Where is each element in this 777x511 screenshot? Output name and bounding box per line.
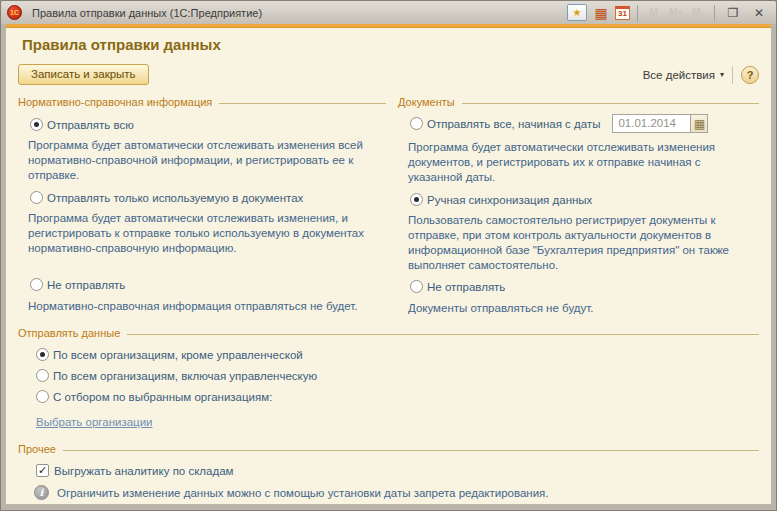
radio-icon[interactable] — [30, 278, 43, 291]
radio-option-send-used-nsi[interactable]: Отправлять только используемую в докумен… — [30, 191, 386, 204]
radio-option-all-orgs-including-managerial[interactable]: По всем организациям, включая управленче… — [36, 369, 759, 382]
command-bar: Записать и закрыть Все действия ▾ ? — [18, 62, 759, 87]
option-description: Документы отправляться не будут. — [408, 301, 756, 316]
radio-option-send-from-date[interactable]: Отправлять все, начиная с даты 01.01.201… — [410, 114, 759, 133]
radio-icon[interactable] — [36, 348, 49, 361]
radio-label: Отправлять всю — [47, 119, 134, 131]
radio-icon[interactable] — [30, 118, 43, 131]
toolbar-separator — [732, 66, 733, 84]
memory-m-button[interactable]: M — [645, 7, 663, 18]
radio-label: Не отправлять — [47, 279, 125, 291]
radio-option-send-all-nsi[interactable]: Отправлять всю — [30, 118, 386, 131]
window-title: Правила отправки данных (1С:Предприятие) — [32, 7, 262, 19]
form-content: Правила отправки данных Записать и закры… — [6, 24, 771, 504]
export-warehouse-analytics-checkbox[interactable]: ✓ Выгружать аналитику по складам — [36, 464, 759, 477]
help-button[interactable]: ? — [741, 66, 759, 84]
all-actions-menu-button[interactable]: Все действия ▾ — [643, 69, 724, 81]
calculator-icon[interactable]: ▦ — [591, 4, 611, 21]
info-icon: i — [34, 485, 49, 500]
radio-label: С отбором по выбранным организациям: — [53, 391, 272, 403]
radio-label: Отправлять только используемую в докумен… — [47, 192, 303, 204]
group-other: Прочее ✓ Выгружать аналитику по складам … — [18, 442, 759, 504]
titlebar-separator — [637, 5, 638, 21]
group-send-data: Отправлять данные По всем организациям, … — [18, 326, 759, 430]
radio-label: Не отправлять — [427, 281, 505, 293]
caption-line — [219, 103, 386, 104]
date-picker-button[interactable]: ▦ — [690, 114, 708, 133]
titlebar-buttons: ★ ▦ 31 M M+ M- ❐ ✕ — [567, 4, 770, 21]
option-description: Программа будет автоматически отслеживат… — [28, 138, 380, 183]
options-columns: Нормативно-справочная информация Отправл… — [18, 95, 759, 316]
start-date-field-group: 01.01.2014 ▦ — [612, 114, 708, 133]
radio-icon[interactable] — [410, 193, 423, 206]
app-window: 1С Правила отправки данных (1С:Предприят… — [0, 0, 777, 511]
calendar-icon[interactable]: 31 — [615, 6, 630, 20]
checkbox-icon[interactable]: ✓ — [36, 464, 49, 477]
caption-line — [63, 450, 759, 451]
radio-option-selected-orgs[interactable]: С отбором по выбранным организациям: — [36, 390, 759, 403]
titlebar: 1С Правила отправки данных (1С:Предприят… — [1, 1, 776, 24]
info-note: i Ограничить изменение данных можно с по… — [34, 485, 759, 500]
close-button[interactable]: ✕ — [748, 6, 770, 20]
option-description: Пользователь самостоятельно регистрирует… — [408, 213, 756, 273]
favorites-star-icon[interactable]: ★ — [567, 4, 587, 21]
option-description: Нормативно-справочная информация отправл… — [28, 299, 380, 314]
radio-option-manual-sync[interactable]: Ручная синхронизация данных — [410, 193, 759, 206]
group-documents: Документы Отправлять все, начиная с даты… — [398, 95, 759, 316]
radio-label: По всем организациям, кроме управленческ… — [53, 349, 303, 361]
memory-m-plus-button[interactable]: M+ — [667, 7, 685, 18]
group-caption: Отправлять данные — [18, 327, 120, 339]
radio-option-no-send-nsi[interactable]: Не отправлять — [30, 278, 386, 291]
radio-option-all-orgs-except-managerial[interactable]: По всем организациям, кроме управленческ… — [36, 348, 759, 361]
radio-label: Отправлять все, начиная с даты — [427, 118, 600, 130]
save-and-close-button[interactable]: Записать и закрыть — [18, 64, 149, 85]
group-caption: Нормативно-справочная информация — [18, 96, 212, 108]
radio-icon[interactable] — [410, 117, 423, 130]
radio-icon[interactable] — [410, 280, 423, 293]
option-description: Программа будет автоматически отслеживат… — [28, 211, 380, 256]
radio-icon[interactable] — [30, 191, 43, 204]
group-caption-row: Прочее — [18, 442, 759, 456]
group-caption-row: Документы — [398, 95, 759, 109]
option-description: Программа будет автоматически отслеживат… — [408, 140, 756, 185]
info-text: Ограничить изменение данных можно с помо… — [57, 487, 549, 499]
page-title: Правила отправки данных — [22, 36, 759, 53]
radio-label: Ручная синхронизация данных — [427, 194, 592, 206]
radio-option-no-send-documents[interactable]: Не отправлять — [410, 280, 759, 293]
chevron-down-icon: ▾ — [720, 70, 724, 79]
group-caption: Документы — [398, 96, 455, 108]
caption-line — [462, 103, 759, 104]
caption-line — [127, 334, 759, 335]
radio-label: По всем организациям, включая управленче… — [53, 370, 317, 382]
group-caption-row: Отправлять данные — [18, 326, 759, 340]
radio-icon[interactable] — [36, 369, 49, 382]
group-caption: Прочее — [18, 443, 56, 455]
1c-logo-icon: 1С — [7, 5, 22, 20]
group-caption-row: Нормативно-справочная информация — [18, 95, 386, 109]
memory-m-minus-button[interactable]: M- — [689, 7, 707, 18]
all-actions-label: Все действия — [643, 69, 715, 81]
group-reference-info: Нормативно-справочная информация Отправл… — [18, 95, 386, 316]
radio-icon[interactable] — [36, 390, 49, 403]
start-date-input[interactable]: 01.01.2014 — [612, 114, 690, 133]
select-organizations-link[interactable]: Выбрать организации — [36, 416, 153, 428]
maximize-button[interactable]: ❐ — [722, 6, 744, 20]
titlebar-separator — [714, 5, 715, 21]
checkbox-label: Выгружать аналитику по складам — [54, 465, 234, 477]
